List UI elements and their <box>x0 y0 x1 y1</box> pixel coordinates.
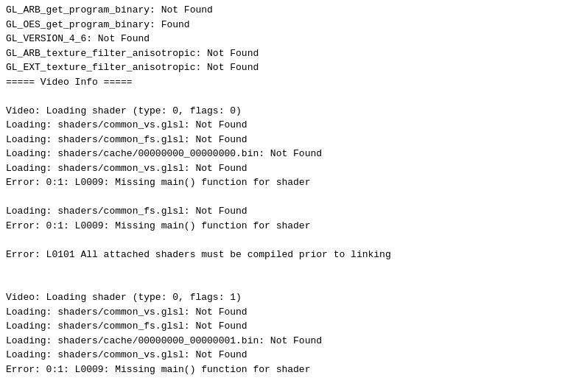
log-line: Video: Loading shader (type: 0, flags: 0… <box>6 104 559 119</box>
log-line: Loading: shaders/common_vs.glsl: Not Fou… <box>6 161 559 176</box>
log-line: Video: Loading shader (type: 0, flags: 1… <box>6 290 559 305</box>
log-line: GL_VERSION_4_6: Not Found <box>6 32 559 46</box>
log-line <box>6 190 559 205</box>
log-line: GL_ARB_get_program_binary: Not Found <box>6 3 559 18</box>
log-output: GL_ARB_get_program_binary: Not FoundGL_O… <box>6 3 559 377</box>
log-line <box>6 262 559 276</box>
log-line: Loading: shaders/common_fs.glsl: Not Fou… <box>6 133 559 147</box>
log-line <box>6 89 559 104</box>
log-line: Loading: shaders/common_fs.glsl: Not Fou… <box>6 319 559 334</box>
log-line: GL_ARB_texture_filter_anisotropic: Not F… <box>6 46 559 61</box>
log-line: ===== Video Info ===== <box>6 75 559 90</box>
log-line: GL_EXT_texture_filter_anisotropic: Not F… <box>6 60 559 75</box>
log-line: Loading: shaders/common_vs.glsl: Not Fou… <box>6 305 559 320</box>
log-line: GL_OES_get_program_binary: Found <box>6 18 559 32</box>
log-line: Loading: shaders/common_vs.glsl: Not Fou… <box>6 118 559 133</box>
log-line <box>6 233 559 248</box>
log-line: Loading: shaders/cache/00000000_00000001… <box>6 334 559 349</box>
log-line: Error: 0:1: L0009: Missing main() functi… <box>6 219 559 234</box>
log-line: Error: L0101 All attached shaders must b… <box>6 248 559 262</box>
log-line: Loading: shaders/common_fs.glsl: Not Fou… <box>6 204 559 219</box>
log-line <box>6 276 559 291</box>
log-line: Loading: shaders/common_vs.glsl: Not Fou… <box>6 348 559 363</box>
log-line: Error: 0:1: L0009: Missing main() functi… <box>6 363 559 377</box>
log-line: Loading: shaders/cache/00000000_00000000… <box>6 147 559 161</box>
log-line: Error: 0:1: L0009: Missing main() functi… <box>6 175 559 190</box>
